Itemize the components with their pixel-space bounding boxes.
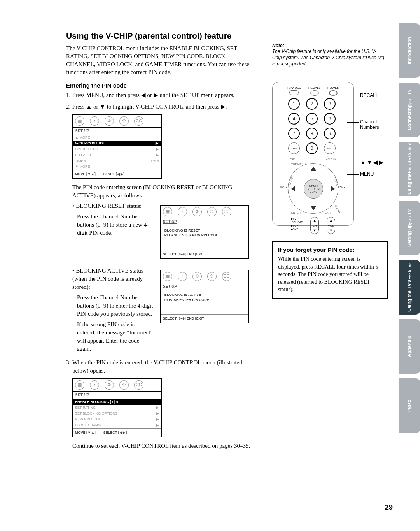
tab-features[interactable]: Using the TV'sFeatures bbox=[399, 260, 420, 315]
menu-enter-button[interactable]: MENU/ ENTER DVD MENU bbox=[304, 179, 323, 199]
osd-setup-menu-1: ▦ ♪ ⚙ ⏲ CC SET UP ▲ MORE V-CHIP CONTROL▶… bbox=[72, 114, 162, 179]
timer-icon: ⏲ bbox=[119, 380, 129, 390]
sliders-icon: ⚙ bbox=[192, 272, 202, 281]
note-title: Note: bbox=[272, 43, 385, 48]
callout-recall: RECALL bbox=[360, 93, 378, 98]
audio-icon: ♪ bbox=[178, 207, 187, 216]
note-box: Note: The V-Chip feature is only availab… bbox=[272, 43, 385, 67]
remote-diagram: TV/VIDEO RECALL POWER 1 2 3 4 5 6 7 8 9 … bbox=[272, 82, 389, 226]
forgot-pin-box: If you forget your PIN code: While the P… bbox=[272, 241, 388, 299]
tab-connecting[interactable]: Connectingyour TV bbox=[399, 83, 420, 137]
callout-arrows: ▲▼◀▶ bbox=[360, 159, 384, 166]
step-1: 1.Press MENU, and then press ◀ or ▶ unti… bbox=[72, 91, 249, 100]
picture-icon: ▦ bbox=[75, 116, 84, 126]
picture-icon: ▦ bbox=[163, 207, 172, 216]
ch-rocker[interactable]: ▲CH▼ bbox=[310, 217, 319, 234]
key-4[interactable]: 4 bbox=[288, 113, 300, 125]
note-body: The V-Chip feature is only available for… bbox=[272, 48, 385, 67]
audio-icon: ♪ bbox=[90, 116, 99, 126]
audio-icon: ♪ bbox=[90, 380, 99, 390]
tab-remote[interactable]: Using theRemote Control bbox=[399, 142, 420, 196]
key-1[interactable]: 1 bbox=[288, 98, 300, 110]
timer-icon: ⏲ bbox=[119, 116, 129, 126]
key-100[interactable]: 100 bbox=[288, 142, 300, 154]
dpad-down[interactable] bbox=[311, 206, 316, 210]
timer-icon: ⏲ bbox=[207, 207, 217, 216]
sliders-icon: ⚙ bbox=[192, 207, 202, 216]
vol-rocker[interactable]: ▲VOL▼ bbox=[327, 217, 335, 234]
osd-vchip-control-menu: ▦ ♪ ⚙ ⏲ CC SET UP ENABLE BLOCKING [Y] N … bbox=[72, 378, 162, 437]
picture-icon: ▦ bbox=[75, 380, 84, 390]
bullet-active: •BLOCKING ACTIVE status (when the PIN co… bbox=[72, 267, 249, 355]
osd-blocking-reset: ▦ ♪ ⚙ ⏲ CC SET UP BLOCKING IS RESET PLEA… bbox=[160, 205, 249, 258]
cc-icon: CC bbox=[134, 380, 144, 390]
bullet-reset: •BLOCKING RESET status: Press the Channe… bbox=[72, 202, 249, 263]
page-title: Using the V-CHIP (parental control) feat… bbox=[66, 31, 385, 40]
after-menu-text: The PIN code entering screen (BLOCKING R… bbox=[72, 183, 249, 200]
key-6[interactable]: 6 bbox=[324, 113, 336, 125]
key-7[interactable]: 7 bbox=[288, 128, 300, 139]
osd-blocking-active: ▦ ♪ ⚙ ⏲ CC SET UP BLOCKING IS ACTIVE PLE… bbox=[160, 270, 249, 323]
key-3[interactable]: 3 bbox=[324, 98, 336, 110]
cc-icon: CC bbox=[222, 272, 231, 281]
intro-text: The V-CHIP CONTROL menu includes the ENA… bbox=[66, 44, 253, 76]
cc-icon: CC bbox=[134, 116, 144, 126]
closing-text: Continue to set each V-CHIP CONTROL item… bbox=[72, 442, 251, 450]
cc-icon: CC bbox=[222, 207, 231, 216]
picture-icon: ▦ bbox=[163, 272, 172, 281]
tab-index[interactable]: Index bbox=[399, 378, 420, 433]
recall-button[interactable] bbox=[310, 90, 319, 96]
dpad-up[interactable] bbox=[311, 167, 316, 171]
power-button[interactable] bbox=[329, 90, 338, 96]
dpad-left[interactable] bbox=[291, 186, 295, 192]
audio-icon: ♪ bbox=[178, 272, 187, 281]
step-3: 3.When the PIN code is entered, the V-CH… bbox=[72, 359, 249, 437]
tab-introduction[interactable]: Introduction bbox=[399, 23, 420, 78]
key-0[interactable]: 0 bbox=[306, 142, 318, 154]
dpad-ring: TOP MENU SLEEP RECALL ENTER EXIT CLEAR M… bbox=[288, 163, 338, 214]
key-2[interactable]: 2 bbox=[306, 98, 318, 110]
keypad: 1 2 3 4 5 6 7 8 9 100 0 ENT bbox=[276, 98, 350, 155]
tvvideo-button[interactable] bbox=[289, 90, 299, 95]
mode-list: ▶TV CBL/SAT ▶VCR ▶DVD bbox=[291, 217, 303, 234]
tab-appendix[interactable]: Appendix bbox=[399, 319, 420, 374]
forgot-title: If you forget your PIN code: bbox=[278, 246, 382, 253]
page-number: 29 bbox=[385, 503, 393, 512]
timer-icon: ⏲ bbox=[207, 272, 217, 281]
callout-menu: MENU bbox=[360, 171, 374, 177]
sliders-icon: ⚙ bbox=[105, 116, 114, 126]
callout-channel-numbers: ChannelNumbers bbox=[360, 119, 379, 130]
key-9[interactable]: 9 bbox=[324, 128, 336, 139]
dpad-right[interactable] bbox=[331, 186, 335, 192]
tab-setup[interactable]: Setting upyour TV bbox=[399, 201, 420, 255]
key-5[interactable]: 5 bbox=[306, 113, 318, 125]
forgot-body: While the PIN code entering screen is di… bbox=[278, 255, 382, 294]
steps-list: 1.Press MENU, and then press ◀ or ▶ unti… bbox=[66, 91, 249, 437]
key-ent[interactable]: ENT bbox=[324, 142, 336, 154]
key-8[interactable]: 8 bbox=[306, 128, 318, 139]
sliders-icon: ⚙ bbox=[105, 380, 114, 390]
step-2: 2.Press ▲ or ▼ to highlight V-CHIP CONTR… bbox=[72, 103, 249, 355]
side-tabs: Introduction Connectingyour TV Using the… bbox=[399, 23, 420, 433]
